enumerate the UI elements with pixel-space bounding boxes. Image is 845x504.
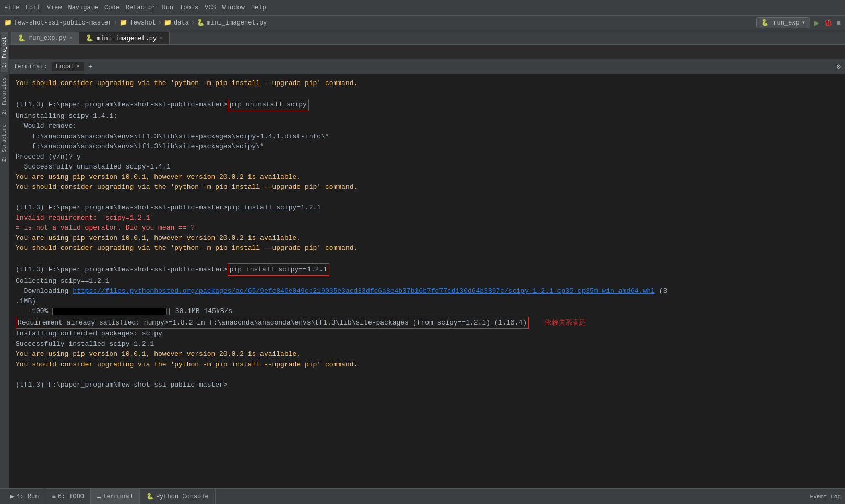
menu-refactor[interactable]: Refactor	[126, 4, 156, 11]
status-tab-terminal[interactable]: ▬ Terminal	[91, 489, 140, 504]
status-tab-todo[interactable]: ≡ 6: TODO	[45, 489, 91, 504]
run-controls: 🐍 run_exp ▾ ▶ 🐞 ■	[756, 17, 841, 28]
tab-mini-imagenet-close[interactable]: ×	[160, 35, 163, 41]
terminal-local-tab[interactable]: Local ×	[52, 62, 84, 71]
sidebar-tab-project[interactable]: 1: Project	[1, 32, 8, 72]
status-tab-run[interactable]: ▶ 4: Run	[4, 489, 45, 504]
status-tab-python-console[interactable]: 🐍 Python Console	[140, 489, 216, 504]
menu-vcs[interactable]: VCS	[205, 4, 216, 11]
folder1-icon: 📁	[120, 19, 127, 27]
download-progress-bar	[52, 308, 167, 315]
terminal-panel: Terminal: Local × + ⚙ You should conside…	[9, 59, 845, 488]
run-button[interactable]: ▶	[814, 18, 819, 28]
terminal-line-uninstalling: Uninstalling scipy-1.4.1:	[16, 111, 839, 122]
menu-file[interactable]: File	[4, 4, 19, 11]
terminal-line-blank4	[16, 369, 839, 380]
requirement-box: Requirement already satisfied: numpy>=1.…	[16, 317, 529, 329]
terminal-settings-button[interactable]: ⚙	[837, 62, 841, 71]
breadcrumb-folder2[interactable]: data	[174, 19, 189, 27]
sidebar-tab-favorites[interactable]: 2: Favorites	[1, 73, 8, 119]
terminal-line-pip-upgrade3: You should consider upgrading via the 'p…	[16, 359, 839, 370]
run-config-dropdown[interactable]: 🐍 run_exp ▾	[756, 17, 810, 28]
run-config-icon: 🐍	[761, 19, 769, 27]
mini-imagenet-file-icon: 🐍	[86, 34, 93, 42]
todo-tab-label: 6: TODO	[58, 493, 84, 500]
status-right: Event Log	[810, 494, 841, 500]
stop-button[interactable]: ■	[837, 19, 841, 27]
menu-run[interactable]: Run	[162, 4, 173, 11]
terminal-line-pip-warn2: You are using pip version 10.0.1, howeve…	[16, 233, 839, 244]
terminal-line-invalid: Invalid requirement: 'scipy=1.2.1'	[16, 213, 839, 223]
menu-help[interactable]: Help	[251, 4, 266, 11]
terminal-line-operator-err: = is not a valid operator. Did you mean …	[16, 223, 839, 233]
terminal-line-pip-install-good: (tf1.3) F:\paper_program\few-shot-ssl-pu…	[16, 263, 839, 276]
menu-tools[interactable]: Tools	[180, 4, 198, 11]
menu-navigate[interactable]: Navigate	[68, 4, 98, 11]
command-box-1: pip uninstall scipy	[228, 99, 309, 111]
terminal-line-success: Successfully installed scipy-1.2.1	[16, 339, 839, 350]
menu-window[interactable]: Window	[222, 4, 245, 11]
terminal-line-path2: f:\anaconda\anaconda\envs\tf1.3\lib\site…	[16, 141, 839, 152]
menu-view[interactable]: View	[47, 4, 62, 11]
terminal-line-progress: 100% | 30.1MB 145kB/s	[16, 306, 839, 317]
terminal-line-pip-warn3: You are using pip version 10.0.1, howeve…	[16, 349, 839, 359]
todo-tab-icon: ≡	[52, 493, 55, 500]
breadcrumb-file[interactable]: mini_imagenet.py	[207, 19, 267, 27]
terminal-line-pip-upgrade1: You should consider upgrading via the 'p…	[16, 182, 839, 193]
tab-run-exp-close[interactable]: ×	[69, 35, 73, 41]
run-exp-file-icon: 🐍	[18, 34, 26, 42]
breadcrumb-bar: 📁 few-shot-ssl-public-master › 📁 fewshot…	[0, 16, 845, 30]
editor-tabs: 🐍 run_exp.py × 🐍 mini_imagenet.py ×	[0, 30, 845, 45]
terminal-line-installing: Installing collected packages: scipy	[16, 329, 839, 339]
left-sidebar: 1: Project 2: Favorites Z: Structure	[0, 30, 9, 488]
project-folder-icon: 📁	[4, 19, 12, 27]
breadcrumb-sep2: ›	[158, 19, 162, 27]
terminal-line-size: .1MB)	[16, 296, 839, 307]
terminal-line-pip-install-bad: (tf1.3) F:\paper_program\few-shot-ssl-pu…	[16, 202, 839, 213]
run-config-dropdown-icon: ▾	[802, 19, 805, 27]
breadcrumb-project[interactable]: few-shot-ssl-public-master	[14, 19, 112, 27]
debug-button[interactable]: 🐞	[824, 18, 832, 27]
terminal-tab-icon: ▬	[97, 493, 101, 500]
terminal-line-uninstalled: Successfully uninstalled scipy-1.4.1	[16, 162, 839, 172]
tab-run-exp[interactable]: 🐍 run_exp.py ×	[11, 32, 79, 44]
terminal-line-would-remove: Would remove:	[16, 121, 839, 131]
python-console-label: Python Console	[156, 493, 209, 500]
command-box-2: pip install scipy==1.2.1	[228, 263, 329, 276]
python-console-icon: 🐍	[146, 493, 154, 500]
terminal-line-requirement: Requirement already satisfied: numpy>=1.…	[16, 317, 839, 329]
terminal-tab-name: Local	[56, 63, 75, 70]
terminal-line-proceed: Proceed (y/n)? y	[16, 152, 839, 162]
terminal-content[interactable]: You should consider upgrading via the 'p…	[9, 74, 845, 488]
breadcrumb-folder1[interactable]: fewshot	[129, 19, 156, 27]
terminal-line-blank1	[16, 89, 839, 99]
terminal-line-blank3	[16, 254, 839, 264]
terminal-tab-status-label: Terminal	[103, 493, 133, 500]
terminal-line-1: You should consider upgrading via the 'p…	[16, 78, 839, 89]
terminal-line-prompt: (tf1.3) F:\paper_program\few-shot-ssl-pu…	[16, 380, 839, 390]
terminal-label: Terminal:	[14, 63, 47, 70]
terminal-header: Terminal: Local × + ⚙	[9, 59, 845, 74]
breadcrumb-sep3: ›	[191, 19, 195, 27]
tab-mini-imagenet-label: mini_imagenet.py	[97, 35, 157, 42]
run-tab-icon: ▶	[10, 493, 14, 500]
download-link[interactable]: https://files.pythonhosted.org/packages/…	[73, 287, 655, 295]
status-bar: ▶ 4: Run ≡ 6: TODO ▬ Terminal 🐍 Python C…	[0, 488, 845, 504]
terminal-line-blank2	[16, 193, 839, 203]
terminal-line-downloading: Downloading https://files.pythonhosted.o…	[16, 286, 839, 296]
breadcrumb-sep1: ›	[114, 19, 117, 27]
tab-run-exp-label: run_exp.py	[29, 34, 66, 42]
terminal-add-button[interactable]: +	[88, 63, 92, 71]
menu-bar: File Edit View Navigate Code Refactor Ru…	[0, 0, 845, 16]
run-config-name: run_exp	[773, 19, 799, 27]
terminal-line-pip-uninstall: (tf1.3) F:\paper_program\few-shot-ssl-pu…	[16, 99, 839, 111]
terminal-tab-close[interactable]: ×	[77, 64, 80, 69]
terminal-line-path1: f:\anaconda\anaconda\envs\tf1.3\lib\site…	[16, 131, 839, 142]
annotation-text: 依赖关系满足	[545, 318, 586, 326]
menu-code[interactable]: Code	[104, 4, 120, 11]
event-log-label[interactable]: Event Log	[810, 494, 841, 500]
terminal-line-pip-upgrade2: You should consider upgrading via the 'p…	[16, 243, 839, 254]
tab-mini-imagenet[interactable]: 🐍 mini_imagenet.py ×	[79, 32, 170, 44]
menu-edit[interactable]: Edit	[26, 4, 41, 11]
sidebar-tab-structure[interactable]: Z: Structure	[1, 120, 8, 166]
